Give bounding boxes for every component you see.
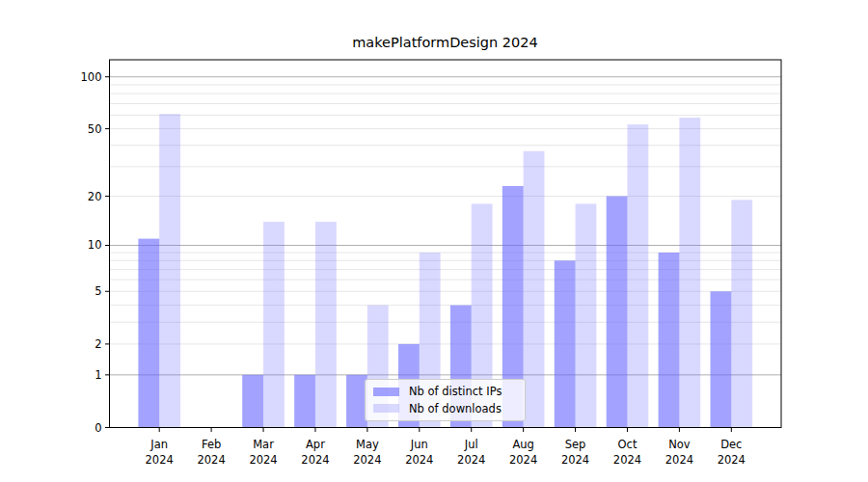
legend-label-distinct-ips: Nb of distinct IPs bbox=[409, 385, 502, 398]
y-tick-label: 100 bbox=[81, 70, 102, 84]
x-tick-label: Jan2024 bbox=[146, 438, 174, 467]
bar-oct-distinct-ips bbox=[607, 197, 628, 428]
legend-swatch-downloads bbox=[373, 404, 399, 413]
y-tick-label: 50 bbox=[88, 122, 102, 136]
x-tick-label: Oct2024 bbox=[613, 438, 641, 467]
bar-dec-distinct-ips bbox=[711, 291, 732, 427]
bar-mar-downloads bbox=[263, 222, 285, 427]
legend-swatch-distinct-ips bbox=[373, 388, 399, 396]
bar-dec-downloads bbox=[731, 200, 752, 427]
x-tick-label: Mar2024 bbox=[249, 438, 277, 467]
x-tick-label: Jun2024 bbox=[405, 438, 433, 467]
x-tick-label: Feb2024 bbox=[197, 438, 225, 467]
y-tick-label: 1 bbox=[95, 368, 101, 382]
legend-label-downloads: Nb of downloads bbox=[409, 402, 502, 415]
bar-oct-downloads bbox=[627, 124, 648, 427]
legend-item-downloads: Nb of downloads bbox=[373, 402, 517, 415]
bar-nov-downloads bbox=[679, 118, 700, 427]
x-tick-label: May2024 bbox=[353, 438, 381, 467]
bar-sep-downloads bbox=[576, 203, 597, 427]
bar-mar-distinct-ips bbox=[242, 375, 263, 428]
bar-nov-distinct-ips bbox=[659, 253, 680, 428]
y-tick-label: 5 bbox=[95, 284, 101, 298]
bar-aug-downloads bbox=[524, 151, 545, 428]
y-tick-label: 2 bbox=[95, 337, 101, 351]
bar-sep-distinct-ips bbox=[555, 260, 576, 427]
legend: Nb of distinct IPs Nb of downloads bbox=[365, 379, 526, 421]
x-tick-label: Apr2024 bbox=[301, 438, 329, 467]
bar-jan-distinct-ips bbox=[138, 239, 159, 428]
y-tick-label: 10 bbox=[88, 238, 102, 252]
y-tick-label: 20 bbox=[88, 190, 102, 203]
x-tick-label: Dec2024 bbox=[718, 438, 746, 467]
legend-item-distinct-ips: Nb of distinct IPs bbox=[373, 385, 517, 398]
bar-apr-downloads bbox=[315, 222, 337, 427]
bar-apr-distinct-ips bbox=[294, 375, 315, 428]
bar-jan-downloads bbox=[159, 114, 180, 427]
y-tick-label: 0 bbox=[95, 421, 101, 435]
x-tick-label: Sep2024 bbox=[561, 438, 589, 467]
chart-figure: makePlatformDesign 2024 0125102050100Jan… bbox=[0, 0, 868, 482]
x-tick-label: Jul2024 bbox=[457, 438, 485, 467]
x-tick-label: Nov2024 bbox=[665, 438, 693, 467]
x-tick-label: Aug2024 bbox=[509, 438, 537, 467]
